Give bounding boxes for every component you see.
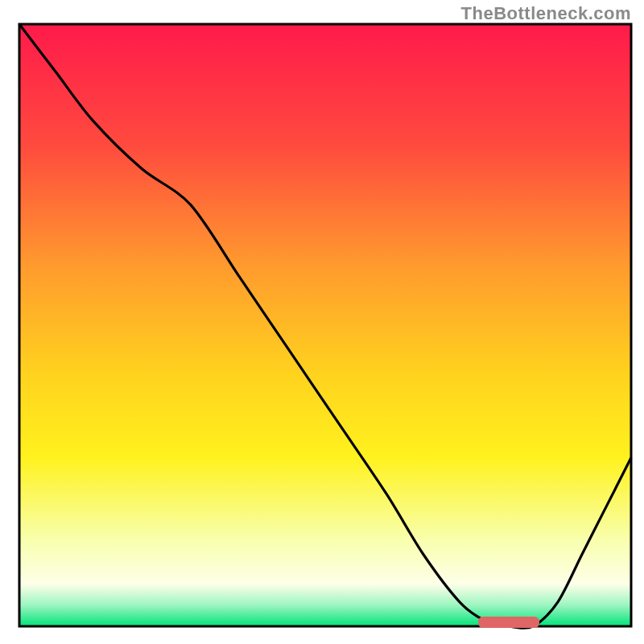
optimal-marker: [478, 617, 539, 628]
chart-svg: [0, 0, 644, 644]
plot-area: [19, 24, 631, 628]
plot-background: [19, 24, 631, 626]
bottleneck-chart: TheBottleneck.com: [0, 0, 644, 644]
